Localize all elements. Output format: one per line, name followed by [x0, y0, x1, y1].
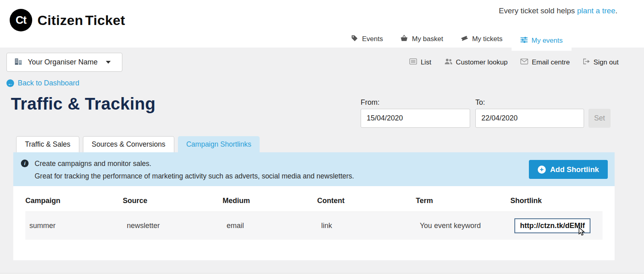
nav-label: My tickets	[472, 35, 503, 43]
cell-campaign: summer	[25, 212, 123, 240]
envelope-icon	[520, 58, 528, 66]
sliders-icon	[520, 37, 528, 45]
sign-out-icon	[583, 58, 590, 66]
report-tabs: Traffic & Sales Sources & Conversions Ca…	[16, 136, 260, 152]
chevron-down-icon	[106, 61, 111, 64]
nav-label: My events	[532, 37, 563, 45]
info-icon: i	[21, 160, 29, 167]
util-label: Customer lookup	[456, 58, 508, 66]
nav-label: Events	[362, 35, 383, 43]
back-link-label: Back to Dashboard	[18, 79, 79, 87]
column-header-term: Term	[416, 197, 510, 212]
from-label: From:	[361, 98, 380, 107]
table-row: summer newsletter email link You event k…	[25, 212, 603, 240]
info-line-2: Great for tracking the performance of ma…	[35, 170, 354, 183]
cell-source: newsletter	[123, 212, 223, 240]
organiser-dropdown[interactable]: Your Organiser Name	[6, 53, 122, 72]
cell-content: link	[317, 212, 416, 240]
basket-icon	[400, 35, 408, 44]
column-header-shortlink: Shortlink	[510, 197, 603, 212]
plus-circle-icon: +	[538, 166, 546, 174]
util-item-list[interactable]: List	[409, 58, 431, 66]
info-banner-text: Create campaigns and monitor sales. Grea…	[35, 158, 354, 183]
mouse-cursor	[578, 227, 586, 236]
brand-logo[interactable]: Ct CitizenTicket	[10, 9, 125, 31]
util-item-email-centre[interactable]: Email centre	[520, 58, 570, 66]
tagline-suffix: .	[615, 6, 617, 15]
tagline: Every ticket sold helps plant a tree.	[499, 6, 617, 15]
cell-medium: email	[223, 212, 317, 240]
info-banner: i Create campaigns and monitor sales. Gr…	[13, 152, 615, 186]
utility-nav: List Customer lookup Email centre Sign o…	[409, 53, 619, 72]
tab-traffic-and-sales[interactable]: Traffic & Sales	[16, 136, 79, 152]
arrow-circle-left-icon: ←	[6, 79, 14, 87]
header: Ct CitizenTicket Every ticket sold helps…	[0, 0, 644, 48]
main-nav: Events My basket My tickets My events	[342, 31, 572, 48]
to-date-input[interactable]	[475, 109, 584, 128]
footer-divider	[0, 273, 644, 280]
util-label: List	[421, 58, 431, 66]
users-icon	[444, 58, 452, 66]
organiser-dropdown-label: Your Organiser Name	[28, 58, 97, 66]
column-header-content: Content	[317, 197, 416, 212]
set-date-button[interactable]: Set	[588, 109, 611, 128]
column-header-medium: Medium	[223, 197, 317, 212]
util-item-customer-lookup[interactable]: Customer lookup	[444, 58, 508, 66]
util-label: Email centre	[532, 58, 570, 66]
shortlinks-panel: Campaign Source Medium Content Term Shor…	[13, 186, 615, 260]
util-item-sign-out[interactable]: Sign out	[583, 58, 619, 66]
building-icon	[14, 57, 23, 68]
cell-shortlink: http://ctzn.tk/dEMIf	[510, 212, 603, 240]
tag-icon	[351, 35, 358, 44]
table-header-row: Campaign Source Medium Content Term Shor…	[25, 197, 603, 212]
nav-label: My basket	[412, 35, 443, 43]
column-header-campaign: Campaign	[25, 197, 123, 212]
cell-term: You event keyword	[416, 212, 510, 240]
citizen-ticket-logo-icon: Ct	[10, 9, 32, 31]
back-to-dashboard-link[interactable]: ← Back to Dashboard	[6, 79, 79, 87]
page-title: Traffic & Tracking	[11, 94, 156, 114]
from-date-input[interactable]	[361, 109, 470, 128]
main-content: Your Organiser Name List Customer lookup…	[0, 48, 644, 273]
ticket-icon	[461, 35, 468, 44]
brand-name: CitizenTicket	[37, 12, 125, 28]
list-icon	[409, 58, 417, 66]
column-header-source: Source	[123, 197, 223, 212]
add-shortlink-label: Add Shortlink	[550, 165, 599, 174]
info-line-1: Create campaigns and monitor sales.	[35, 158, 354, 170]
util-label: Sign out	[594, 58, 619, 66]
nav-item-my-tickets[interactable]: My tickets	[452, 31, 512, 48]
plant-a-tree-link[interactable]: plant a tree	[577, 6, 615, 15]
nav-item-events[interactable]: Events	[342, 31, 392, 48]
tab-sources-and-conversions[interactable]: Sources & Conversions	[83, 136, 174, 152]
tab-campaign-shortlinks[interactable]: Campaign Shortlinks	[178, 136, 260, 152]
nav-item-my-basket[interactable]: My basket	[392, 31, 452, 48]
shortlinks-table: Campaign Source Medium Content Term Shor…	[25, 197, 603, 240]
nav-item-my-events[interactable]: My events	[512, 31, 572, 51]
add-shortlink-button[interactable]: + Add Shortlink	[529, 160, 608, 179]
to-label: To:	[475, 98, 485, 107]
tagline-prefix: Every ticket sold helps	[499, 6, 575, 15]
